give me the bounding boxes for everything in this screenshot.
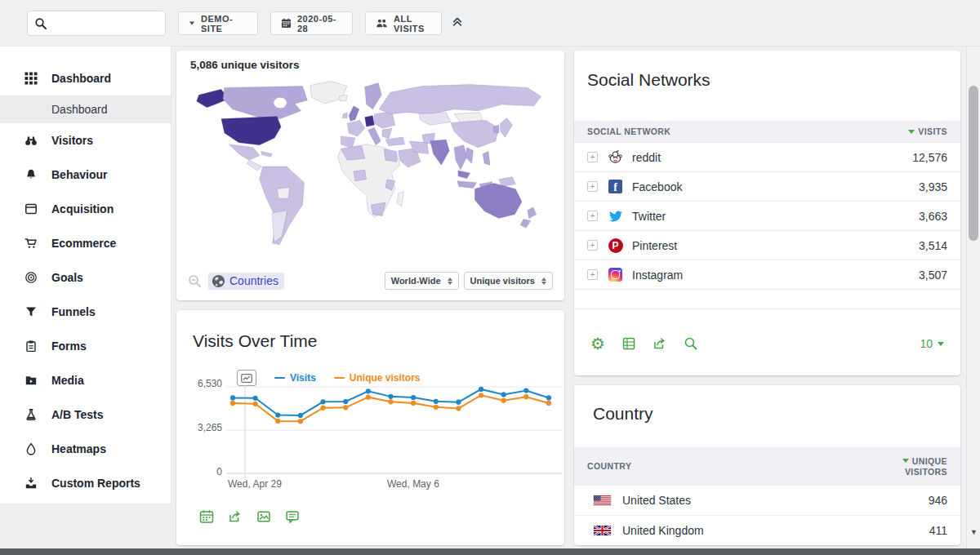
sidebar-item-heatmaps[interactable]: Heatmaps bbox=[0, 432, 171, 466]
col-unique-visitors-sort[interactable]: UNIQUE VISITORS bbox=[902, 456, 947, 477]
sidebar-item-label: Custom Reports bbox=[51, 477, 140, 490]
expand-icon[interactable]: + bbox=[587, 181, 598, 192]
site-selector-label: DEMO-SITE bbox=[201, 14, 247, 33]
expand-icon[interactable]: + bbox=[587, 269, 598, 280]
sidebar-item-behaviour[interactable]: Behaviour bbox=[0, 158, 171, 192]
sidebar-item-ecommerce[interactable]: Ecommerce bbox=[0, 226, 171, 260]
map-usa bbox=[221, 117, 281, 145]
row-label: United States bbox=[622, 494, 691, 507]
chart-footer-toolbar bbox=[199, 509, 300, 524]
table-row[interactable]: + reddit 12,576 bbox=[574, 142, 960, 171]
pinterest-icon: P bbox=[608, 238, 623, 253]
social-networks-widget: Social Networks SOCIAL NETWORK VISITS + … bbox=[574, 51, 960, 375]
row-value: 3,507 bbox=[919, 269, 947, 282]
map-metric-select[interactable]: Unique visitors bbox=[464, 272, 553, 290]
map-japan bbox=[501, 118, 513, 137]
annotation-icon[interactable] bbox=[285, 509, 300, 524]
sidebar-item-label: Visitors bbox=[51, 134, 93, 147]
cart-icon bbox=[24, 237, 38, 250]
sort-desc-icon bbox=[908, 130, 915, 134]
zoom-out-icon[interactable] bbox=[188, 274, 202, 288]
legend-item-visits[interactable]: Visits bbox=[274, 372, 316, 384]
vertical-scrollbar[interactable]: ▲ ▼ bbox=[966, 0, 980, 548]
map-region-value: World-Wide bbox=[391, 276, 441, 286]
row-label: Instagram bbox=[632, 269, 683, 282]
sidebar-item-label: A/B Tests bbox=[51, 408, 104, 421]
row-label: Twitter bbox=[632, 210, 666, 223]
expand-icon[interactable]: + bbox=[587, 152, 598, 162]
world-map[interactable] bbox=[183, 75, 558, 264]
scrollbar-thumb[interactable] bbox=[969, 86, 978, 241]
col-visits-sort[interactable]: VISITS bbox=[908, 127, 947, 136]
y-axis-tick: 0 bbox=[186, 466, 222, 477]
segment-selector-button[interactable]: ALL VISITS bbox=[365, 11, 442, 35]
sidebar-item-forms[interactable]: Forms bbox=[0, 329, 171, 363]
uk-flag-icon bbox=[594, 526, 611, 535]
bell-icon bbox=[24, 168, 38, 181]
col-country[interactable]: COUNTRY bbox=[587, 461, 631, 471]
col-social-network[interactable]: SOCIAL NETWORK bbox=[587, 127, 670, 136]
expand-icon[interactable]: + bbox=[587, 240, 598, 251]
caret-down-icon bbox=[189, 22, 194, 25]
calendar-icon[interactable] bbox=[199, 509, 214, 524]
table-row[interactable]: + P Pinterest 3,514 bbox=[574, 230, 960, 260]
visits-line-chart[interactable] bbox=[226, 384, 562, 486]
funnel-icon bbox=[24, 305, 38, 318]
table-row[interactable]: + Twitter 3,663 bbox=[574, 201, 960, 230]
select-arrows-icon bbox=[541, 278, 546, 285]
col-visits: VISITS bbox=[918, 127, 947, 136]
map-title: 5,086 unique visitors bbox=[190, 59, 300, 71]
page-size-select[interactable]: 10 bbox=[920, 337, 944, 350]
flask-icon bbox=[24, 408, 38, 421]
map-australia bbox=[474, 184, 522, 219]
export-icon[interactable] bbox=[653, 336, 667, 351]
globe-icon bbox=[212, 274, 225, 288]
sidebar-item-funnels[interactable]: Funnels bbox=[0, 295, 171, 329]
sidebar-subitem-dashboard[interactable]: Dashboard bbox=[0, 95, 171, 123]
sidebar-item-visitors[interactable]: Visitors bbox=[0, 123, 171, 158]
search-icon bbox=[34, 17, 47, 30]
x-axis-tick: Wed, May 6 bbox=[387, 478, 439, 490]
collapse-chevrons-icon[interactable] bbox=[451, 15, 464, 27]
search-icon[interactable] bbox=[684, 336, 698, 351]
countries-link[interactable]: Countries bbox=[208, 273, 284, 290]
table-icon[interactable] bbox=[621, 336, 636, 351]
table-row[interactable]: United States 946 bbox=[574, 485, 960, 515]
sidebar-item-media[interactable]: Media bbox=[0, 363, 171, 397]
image-icon[interactable] bbox=[256, 509, 271, 524]
country-panel-title: Country bbox=[593, 404, 653, 424]
search-input[interactable] bbox=[27, 11, 166, 36]
expand-icon[interactable]: + bbox=[587, 211, 598, 221]
reddit-icon bbox=[608, 149, 623, 165]
sidebar-item-label: Forms bbox=[51, 340, 87, 353]
select-arrows-icon bbox=[448, 278, 452, 285]
row-value: 3,663 bbox=[919, 210, 947, 223]
visits-over-time-widget: Visits Over Time Visits Unique visitors … bbox=[176, 310, 564, 545]
sidebar-item-acquisition[interactable]: Acquisition bbox=[0, 192, 171, 226]
sidebar-item-ab-tests[interactable]: A/B Tests bbox=[0, 397, 171, 432]
map-india bbox=[430, 140, 449, 165]
y-axis-tick: 3,265 bbox=[186, 422, 222, 433]
row-value: 3,514 bbox=[919, 239, 947, 252]
export-icon[interactable] bbox=[228, 509, 243, 524]
table-row[interactable]: + Instagram 3,507 bbox=[574, 260, 960, 289]
row-label: Pinterest bbox=[632, 239, 677, 252]
grid-icon bbox=[24, 72, 38, 85]
date-picker-button[interactable]: 2020-05-28 bbox=[270, 11, 353, 35]
scroll-down-icon[interactable]: ▼ bbox=[967, 526, 980, 539]
legend-item-unique-visitors[interactable]: Unique visitors bbox=[334, 372, 421, 384]
col-visitors: VISITORS bbox=[905, 467, 947, 477]
table-row[interactable]: United Kingdom 411 bbox=[574, 515, 960, 545]
binoculars-icon bbox=[24, 134, 38, 147]
sidebar-item-custom-reports[interactable]: Custom Reports bbox=[0, 466, 171, 500]
site-selector-button[interactable]: DEMO-SITE bbox=[178, 11, 258, 35]
caret-down-icon bbox=[938, 342, 944, 346]
map-region-select[interactable]: World-Wide bbox=[385, 272, 459, 290]
sidebar-item-dashboard[interactable]: Dashboard bbox=[0, 61, 171, 95]
gear-icon[interactable]: ⚙ bbox=[590, 335, 605, 352]
table-row[interactable]: + f Facebook 3,935 bbox=[574, 171, 960, 201]
sidebar-item-label: Heatmaps bbox=[51, 442, 106, 455]
country-table-header: COUNTRY UNIQUE VISITORS bbox=[574, 447, 960, 485]
row-value: 946 bbox=[929, 494, 947, 507]
sidebar-item-goals[interactable]: Goals bbox=[0, 260, 171, 295]
